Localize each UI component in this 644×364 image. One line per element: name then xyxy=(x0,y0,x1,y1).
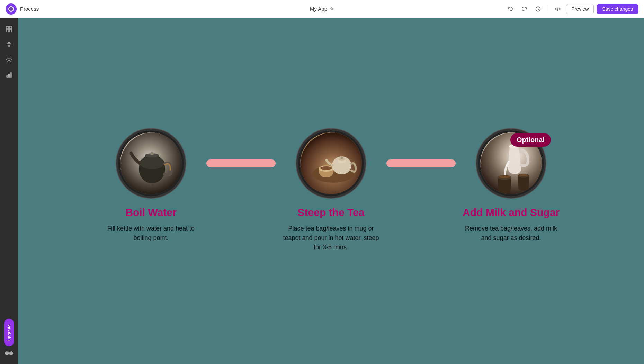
svg-rect-10 xyxy=(7,76,8,77)
svg-rect-12 xyxy=(10,73,11,77)
save-changes-button[interactable]: Save changes xyxy=(597,4,638,14)
step-3-image-wrapper: Optional xyxy=(478,130,544,196)
topbar: Process My App ✎ xyxy=(0,0,644,18)
preview-button[interactable]: Preview xyxy=(566,4,594,14)
step-steep-tea: Steep the Tea Place tea bag/leaves in mu… xyxy=(276,130,386,252)
history-button[interactable] xyxy=(533,3,544,15)
step-3-desc: Remove tea bag/leaves, add milk and suga… xyxy=(463,224,560,243)
step-2-image xyxy=(298,130,364,196)
sidebar-item-analytics[interactable] xyxy=(2,68,16,82)
svg-rect-19 xyxy=(150,152,154,155)
sidebar: Upgrade xyxy=(0,18,18,364)
svg-rect-6 xyxy=(9,26,12,29)
svg-point-28 xyxy=(340,156,343,159)
step-1-title: Boil Water xyxy=(125,207,176,218)
topbar-process-label: Process xyxy=(20,6,39,12)
app-logo-icon[interactable] xyxy=(6,3,17,15)
canvas-area[interactable]: Boil Water Fill kettle with water and he… xyxy=(18,18,644,364)
step-add-milk: Optional Add Milk and Sugar Remove tea b… xyxy=(456,130,566,243)
svg-rect-5 xyxy=(6,26,9,29)
undo-button[interactable] xyxy=(505,3,516,15)
code-view-button[interactable] xyxy=(552,3,563,15)
svg-point-32 xyxy=(499,175,510,178)
svg-point-17 xyxy=(140,157,164,169)
topbar-center: My App ✎ xyxy=(310,6,334,12)
svg-rect-11 xyxy=(9,74,10,77)
redo-button[interactable] xyxy=(519,3,530,15)
process-steps-container: Boil Water Fill kettle with water and he… xyxy=(141,130,521,252)
sidebar-bottom-logo xyxy=(4,349,14,357)
app-name-label: My App xyxy=(310,6,327,12)
sidebar-item-dashboard[interactable] xyxy=(2,22,16,36)
step-1-image-wrapper xyxy=(118,130,184,196)
edit-app-name-icon[interactable]: ✎ xyxy=(330,6,334,12)
step-2-image-wrapper xyxy=(298,130,364,196)
sidebar-item-plugins[interactable] xyxy=(2,37,16,51)
svg-point-9 xyxy=(8,59,10,61)
step-3-title: Add Milk and Sugar xyxy=(463,207,560,218)
topbar-separator xyxy=(548,5,548,13)
connector-2 xyxy=(386,159,456,167)
connector-1 xyxy=(206,159,276,167)
svg-line-4 xyxy=(557,7,558,11)
topbar-right: Preview Save changes xyxy=(505,3,638,15)
svg-point-24 xyxy=(320,166,332,170)
svg-rect-8 xyxy=(9,29,12,32)
upgrade-button[interactable]: Upgrade xyxy=(4,319,14,346)
svg-rect-7 xyxy=(6,29,9,32)
topbar-left: Process xyxy=(6,3,39,15)
sidebar-bottom: Upgrade xyxy=(4,319,14,360)
step-1-image xyxy=(118,130,184,196)
step-boil-water: Boil Water Fill kettle with water and he… xyxy=(96,130,206,243)
main-layout: Upgrade xyxy=(0,18,644,364)
sidebar-item-settings[interactable] xyxy=(2,53,16,67)
step-1-desc: Fill kettle with water and heat to boili… xyxy=(102,224,199,243)
optional-badge: Optional xyxy=(510,133,551,147)
step-2-desc: Place tea bag/leaves in mug or teapot an… xyxy=(283,224,379,252)
svg-point-34 xyxy=(519,174,528,176)
step-2-title: Steep the Tea xyxy=(298,207,365,218)
